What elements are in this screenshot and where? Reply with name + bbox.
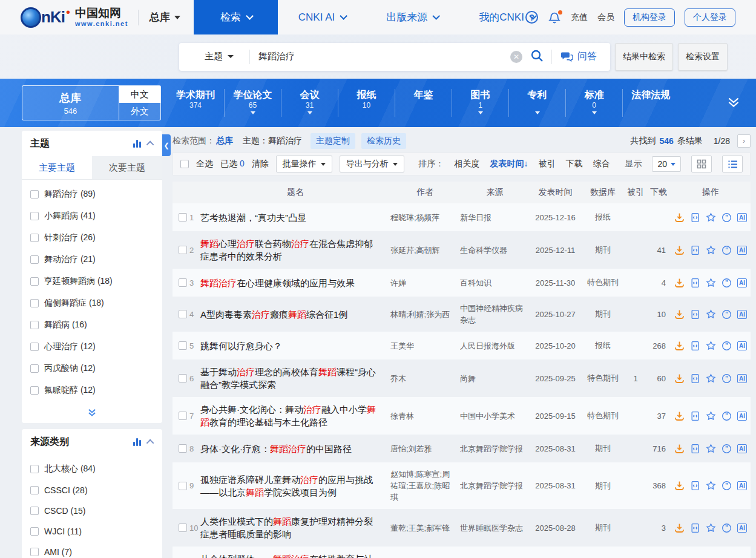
sort-pubdate[interactable]: 发表时间↓ <box>490 159 528 169</box>
search-icon[interactable] <box>530 48 544 65</box>
result-authors[interactable]: 程晓琳;杨频萍 <box>390 212 460 223</box>
checkbox[interactable] <box>30 190 39 199</box>
qa-button[interactable]: 问答 <box>552 50 603 63</box>
page-size-select[interactable]: 20 <box>652 156 681 172</box>
result-source[interactable]: 世界睡眠医学杂志 <box>460 522 530 534</box>
row-checkbox[interactable] <box>179 341 187 350</box>
favorite-star-icon[interactable] <box>706 245 716 255</box>
result-authors[interactable]: 王美华 <box>390 340 460 352</box>
topic-filter-item[interactable]: 舞蹈病 (16) <box>22 314 162 336</box>
favorite-star-icon[interactable] <box>706 444 716 454</box>
sort-relevance[interactable]: 相关度 <box>454 159 479 169</box>
row-checkbox[interactable] <box>179 524 187 532</box>
library-switcher[interactable]: 总库 <box>150 10 180 24</box>
html-read-icon[interactable] <box>690 523 700 533</box>
search-history-badge[interactable]: 检索历史 <box>361 133 406 149</box>
checkbox[interactable] <box>30 527 39 536</box>
nav-publish-source[interactable]: 出版来源 <box>366 0 458 34</box>
favorite-star-icon[interactable] <box>706 481 716 491</box>
result-authors[interactable]: 唐怡;刘若雅 <box>390 443 460 455</box>
result-title-link[interactable]: 基于舞动治疗理念的高校体育舞蹈课程“身心融合”教学模式探索 <box>200 366 390 391</box>
recharge-link[interactable]: 充值 <box>571 12 588 23</box>
result-title-link[interactable]: 从个体到群体——舞蹈治疗在特殊教育与社会支持体系中的实践探索 <box>200 553 390 558</box>
cite-quote-icon[interactable]: ” <box>721 212 732 223</box>
cnki-logo[interactable]: nKi • 中国知网 www.cnki.net <box>21 7 128 28</box>
html-read-icon[interactable] <box>690 278 700 288</box>
cite-quote-icon[interactable]: ” <box>721 523 732 533</box>
export-analyze-button[interactable]: 导出与分析 <box>340 156 404 172</box>
ai-assistant-icon[interactable]: AI <box>737 524 747 533</box>
favorite-star-icon[interactable] <box>706 411 716 421</box>
cite-quote-icon[interactable]: ” <box>721 309 732 320</box>
expand-more-icon[interactable] <box>726 94 741 113</box>
download-icon[interactable] <box>674 278 685 288</box>
result-authors[interactable]: 林晴;利婧;张为西 <box>390 309 460 320</box>
select-all-label[interactable]: 全选 <box>196 159 213 169</box>
result-source[interactable]: 生命科学仪器 <box>460 245 530 256</box>
html-read-icon[interactable] <box>690 212 700 223</box>
checkbox[interactable] <box>30 212 39 220</box>
result-title-link[interactable]: 身心共舞·文化润心：舞动治疗融入中小学舞蹈教育的理论基础与本土化路径 <box>200 403 390 428</box>
cite-quote-icon[interactable]: ” <box>721 245 732 255</box>
search-settings-button[interactable]: 检索设置 <box>678 43 728 71</box>
topic-filter-item[interactable]: 舞蹈治疗 (89) <box>22 183 162 205</box>
html-read-icon[interactable] <box>690 411 700 421</box>
next-page-button[interactable]: › <box>737 134 751 148</box>
cite-quote-icon[interactable]: ” <box>721 411 732 421</box>
checkbox[interactable] <box>30 507 39 515</box>
bar-chart-icon[interactable] <box>133 438 141 446</box>
db-tab-newspaper[interactable]: 报纸10 <box>338 89 395 117</box>
help-icon[interactable]: ? <box>525 11 538 24</box>
ai-assistant-icon[interactable]: AI <box>737 444 747 453</box>
topic-subscribe-badge[interactable]: 主题定制 <box>311 133 355 149</box>
sort-download[interactable]: 下载 <box>565 159 582 169</box>
cite-quote-icon[interactable]: ” <box>721 373 732 384</box>
db-tab-standard[interactable]: 标准0 <box>565 89 622 117</box>
checkbox[interactable] <box>30 343 39 351</box>
result-source[interactable]: 中国神经精神疾病杂志 <box>460 303 530 326</box>
search-input[interactable] <box>250 51 510 62</box>
favorite-star-icon[interactable] <box>706 341 716 351</box>
html-read-icon[interactable] <box>690 341 700 351</box>
topic-filter-item[interactable]: 偏侧舞蹈症 (18) <box>22 292 162 314</box>
db-tab-journal[interactable]: 学术期刊374 <box>167 89 224 117</box>
result-authors[interactable]: 许婵 <box>390 277 460 289</box>
source-filter-item[interactable]: AMI (7) <box>22 542 162 558</box>
download-icon[interactable] <box>674 481 685 491</box>
row-checkbox[interactable] <box>179 482 187 490</box>
result-source[interactable]: 中国中小学美术 <box>460 410 530 422</box>
cite-quote-icon[interactable]: ” <box>721 444 732 454</box>
nav-cnki-ai[interactable]: CNKI AI <box>278 0 366 34</box>
result-source[interactable]: 北京舞蹈学院学报 <box>460 443 530 455</box>
source-filter-item[interactable]: WJCI (11) <box>22 521 162 542</box>
checkbox[interactable] <box>30 234 39 242</box>
row-checkbox[interactable] <box>179 374 187 382</box>
result-source[interactable]: 人民日报海外版 <box>460 340 530 352</box>
html-read-icon[interactable] <box>690 309 700 320</box>
show-more-topics[interactable] <box>22 402 162 423</box>
result-authors[interactable]: 徐青林 <box>390 410 460 422</box>
select-all-checkbox[interactable] <box>180 160 189 168</box>
cite-quote-icon[interactable]: ” <box>721 341 732 351</box>
download-icon[interactable] <box>674 444 685 454</box>
source-filter-item[interactable]: CSSCI (28) <box>22 480 162 501</box>
source-filter-item[interactable]: 北大核心 (84) <box>22 458 162 480</box>
db-tab-conference[interactable]: 会议31 <box>281 89 338 117</box>
search-field-select[interactable]: 主题 <box>179 51 249 62</box>
search-in-results-button[interactable]: 结果中检索 <box>615 43 673 71</box>
notification-bell-icon[interactable] <box>548 11 561 24</box>
html-read-icon[interactable] <box>690 444 700 454</box>
db-tab-thesis[interactable]: 学位论文65 <box>224 89 281 117</box>
nav-search[interactable]: 检索 <box>194 0 278 34</box>
checkbox[interactable] <box>30 321 39 329</box>
favorite-star-icon[interactable] <box>706 309 716 320</box>
tab-total-library[interactable]: 总库 546 <box>22 86 119 120</box>
member-link[interactable]: 会员 <box>597 12 614 23</box>
result-title-link[interactable]: 艺考热退潮，“真功夫”凸显 <box>200 211 390 224</box>
grid-view-button[interactable] <box>691 156 712 172</box>
result-source[interactable]: 新华日报 <box>460 212 530 223</box>
result-title-link[interactable]: 孤独症谱系障碍儿童舞动治疗的应用与挑战——以北京舞蹈学院实践项目为例 <box>200 473 390 499</box>
result-title-link[interactable]: 舞蹈心理治疗联合药物治疗在混合焦虑抑郁症患者中的效果分析 <box>200 237 390 263</box>
topic-filter-item[interactable]: 亨廷顿舞蹈病 (18) <box>22 271 162 292</box>
ai-assistant-icon[interactable]: AI <box>737 246 747 255</box>
